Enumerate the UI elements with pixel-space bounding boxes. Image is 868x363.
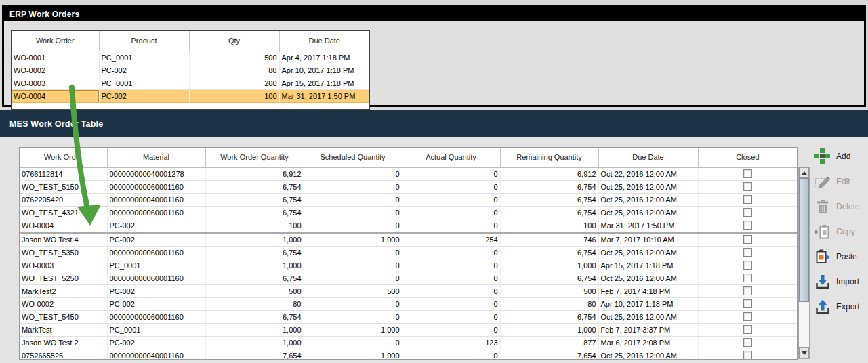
cell-remaining-quantity[interactable]: 500	[500, 284, 598, 297]
cell-material[interactable]: PC-002	[107, 219, 205, 232]
cell-due-date[interactable]: Oct 25, 2016 12:00 AM	[598, 193, 698, 206]
cell-work-order-quantity[interactable]: 6,754	[205, 310, 304, 323]
column-header-closed[interactable]: Closed	[698, 148, 797, 167]
cell-work-order[interactable]: MarkTest2	[20, 284, 107, 297]
mes-table-row[interactable]: WO-0002PC-002800080Apr 10, 2017 1:18 PM	[20, 297, 797, 310]
edit-button[interactable]: Edit	[814, 173, 868, 190]
cell-due-date[interactable]: Oct 25, 2016 12:00 AM	[598, 310, 698, 323]
cell-remaining-quantity[interactable]: 6,754	[500, 193, 598, 206]
closed-checkbox[interactable]	[743, 312, 752, 321]
cell-scheduled-quantity[interactable]: 0	[304, 310, 402, 323]
cell-remaining-quantity[interactable]: 1,000	[500, 323, 598, 336]
scroll-down-button[interactable]	[799, 347, 809, 358]
cell-scheduled-quantity[interactable]: 1,000	[304, 232, 402, 246]
cell-due-date[interactable]: Mar 7, 2017 10:10 AM	[598, 232, 698, 246]
cell-work-order-quantity[interactable]: 80	[205, 297, 304, 310]
closed-checkbox[interactable]	[743, 351, 752, 360]
closed-checkbox[interactable]	[743, 261, 752, 270]
mes-table-row[interactable]: Jason WO Test 4PC-0021,0001,000254746Mar…	[20, 232, 797, 246]
cell-product[interactable]: PC-002	[99, 64, 189, 77]
import-button[interactable]: Import	[814, 273, 868, 291]
cell-work-order[interactable]: MarkTest	[20, 323, 107, 336]
cell-due-date[interactable]: Apr 10, 2017 1:18 PM	[598, 297, 698, 310]
cell-due-date[interactable]: Oct 25, 2016 12:00 AM	[598, 246, 698, 259]
erp-table-row[interactable]: WO-0002PC-00280Apr 10, 2017 1:18 PM	[12, 64, 369, 77]
cell-remaining-quantity[interactable]: 877	[500, 336, 598, 349]
cell-due-date[interactable]: Oct 25, 2016 12:00 AM	[598, 272, 698, 284]
cell-work-order-quantity[interactable]: 1,000	[205, 323, 304, 336]
cell-work-order-quantity[interactable]: 6,754	[205, 193, 304, 206]
closed-checkbox[interactable]	[743, 208, 752, 217]
scroll-up-button[interactable]	[799, 167, 809, 178]
cell-remaining-quantity[interactable]: 6,754	[500, 246, 598, 259]
cell-actual-quantity[interactable]: 0	[402, 284, 500, 297]
closed-checkbox[interactable]	[743, 221, 752, 230]
cell-work-order-quantity[interactable]: 1,000	[205, 232, 304, 246]
column-header-actual-quantity[interactable]: Actual Quantity	[402, 148, 500, 167]
cell-scheduled-quantity[interactable]: 0	[304, 297, 402, 310]
cell-work-order[interactable]: WO-0001	[12, 51, 99, 64]
cell-due-date[interactable]: Feb 7, 2017 3:37 PM	[598, 323, 698, 336]
cell-material[interactable]: PC-002	[107, 232, 205, 246]
cell-actual-quantity[interactable]: 0	[402, 246, 500, 259]
column-header-due-date[interactable]: Due Date	[598, 148, 698, 167]
cell-actual-quantity[interactable]: 0	[402, 349, 500, 360]
cell-remaining-quantity[interactable]: 100	[500, 219, 598, 232]
cell-due-date[interactable]: Mar 31, 2017 1:50 PM	[598, 219, 698, 232]
cell-work-order[interactable]: 0752665525	[20, 349, 107, 360]
cell-work-order[interactable]: WO-0002	[20, 297, 107, 310]
column-header-material[interactable]: Material	[107, 148, 205, 167]
column-header-scheduled-quantity[interactable]: Scheduled Quantity	[304, 148, 402, 167]
scrollbar-thumb[interactable]	[799, 178, 809, 302]
cell-work-order[interactable]: WO_TEST_4321	[20, 206, 107, 219]
cell-material[interactable]: PC-002	[107, 336, 205, 349]
closed-checkbox[interactable]	[743, 182, 752, 191]
cell-work-order[interactable]: WO_TEST_5250	[20, 272, 107, 284]
cell-remaining-quantity[interactable]: 6,754	[500, 206, 598, 219]
cell-actual-quantity[interactable]: 0	[402, 259, 500, 272]
cell-actual-quantity[interactable]: 0	[402, 323, 500, 336]
closed-checkbox[interactable]	[743, 169, 752, 178]
cell-material[interactable]: 000000000060001160	[107, 180, 205, 193]
column-header-remaining-quantity[interactable]: Remaining Quantity	[500, 148, 598, 167]
cell-material[interactable]: PC_0001	[107, 259, 205, 272]
mes-table-row[interactable]: WO-0003PC_00011,000001,000Apr 15, 2017 1…	[20, 259, 797, 272]
cell-due-date[interactable]: Oct 25, 2016 12:00 AM	[598, 206, 698, 219]
cell-remaining-quantity[interactable]: 1,000	[500, 259, 598, 272]
cell-due-date[interactable]: Feb 7, 2017 4:18 PM	[598, 284, 698, 297]
cell-actual-quantity[interactable]: 0	[402, 193, 500, 206]
vertical-scrollbar[interactable]	[798, 167, 810, 359]
column-header-work-order[interactable]: Work Order	[20, 148, 107, 167]
cell-material[interactable]: 000000000040001160	[107, 349, 205, 360]
cell-scheduled-quantity[interactable]: 1,000	[304, 349, 402, 360]
cell-work-order[interactable]: WO-0004	[20, 219, 107, 232]
cell-work-order-quantity[interactable]: 1,000	[205, 336, 304, 349]
cell-remaining-quantity[interactable]: 6,754	[500, 272, 598, 284]
cell-work-order[interactable]: WO_TEST_5350	[20, 246, 107, 259]
cell-due-date[interactable]: Apr 4, 2017 1:18 PM	[279, 51, 369, 64]
cell-material[interactable]: 000000000060001160	[107, 272, 205, 284]
closed-checkbox[interactable]	[743, 195, 752, 204]
cell-remaining-quantity[interactable]: 80	[500, 297, 598, 310]
cell-scheduled-quantity[interactable]: 0	[304, 246, 402, 259]
cell-work-order[interactable]: WO-0003	[20, 259, 107, 272]
cell-product[interactable]: PC_0001	[99, 51, 189, 64]
cell-work-order[interactable]: WO-0003	[12, 77, 99, 89]
cell-actual-quantity[interactable]: 0	[402, 180, 500, 193]
cell-scheduled-quantity[interactable]: 1,000	[304, 323, 402, 336]
cell-scheduled-quantity[interactable]: 0	[304, 180, 402, 193]
cell-qty[interactable]: 80	[189, 64, 279, 77]
column-header-work-order-quantity[interactable]: Work Order Quantity	[205, 148, 304, 167]
erp-table-row[interactable]: WO-0003PC_0001200Apr 15, 2017 1:18 PM	[12, 77, 369, 89]
cell-actual-quantity[interactable]: 0	[402, 167, 500, 180]
cell-remaining-quantity[interactable]: 6,754	[500, 180, 598, 193]
cell-work-order[interactable]: WO_TEST_5150	[20, 180, 107, 193]
cell-due-date[interactable]: Oct 22, 2016 12:00 AM	[598, 167, 698, 180]
closed-checkbox[interactable]	[743, 325, 752, 334]
cell-scheduled-quantity[interactable]: 0	[304, 272, 402, 284]
cell-due-date[interactable]: Mar 6, 2017 2:08 PM	[598, 336, 698, 349]
column-header-work-order[interactable]: Work Order	[12, 31, 99, 51]
add-button[interactable]: Add	[814, 148, 868, 165]
cell-work-order-quantity[interactable]: 500	[205, 284, 304, 297]
cell-material[interactable]: PC-002	[107, 297, 205, 310]
